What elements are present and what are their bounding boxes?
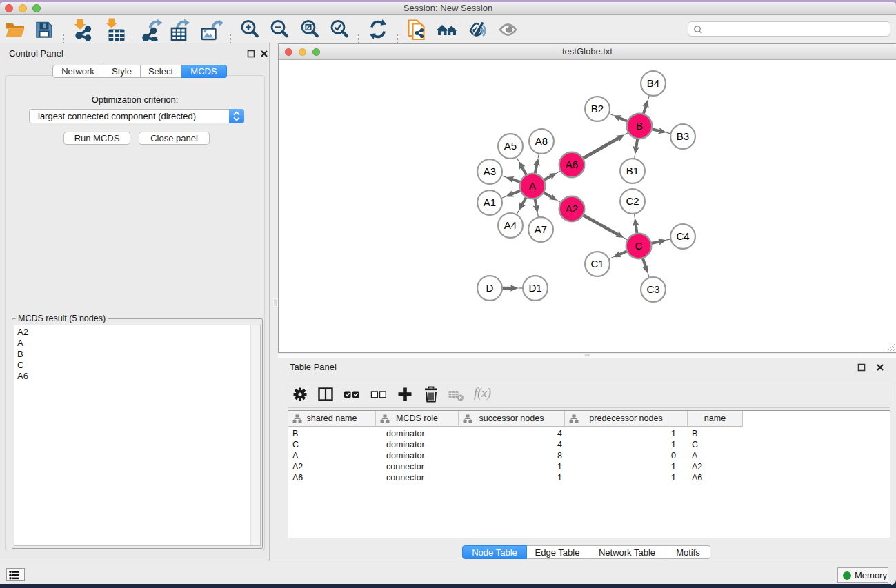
svg-text:D: D [486, 282, 494, 294]
svg-text:B4: B4 [647, 77, 659, 89]
svg-text:A8: A8 [535, 135, 548, 147]
svg-text:A: A [529, 180, 536, 192]
svg-text:B1: B1 [626, 165, 639, 176]
svg-text:B3: B3 [677, 130, 689, 142]
svg-text:D1: D1 [528, 282, 541, 294]
svg-text:C: C [635, 240, 643, 252]
svg-text:C1: C1 [590, 258, 604, 270]
svg-text:A6: A6 [566, 159, 578, 170]
svg-text:A3: A3 [484, 165, 496, 177]
svg-text:B2: B2 [591, 103, 604, 114]
svg-text:A4: A4 [504, 219, 517, 231]
svg-text:C2: C2 [626, 195, 639, 207]
svg-text:A1: A1 [484, 196, 496, 208]
svg-text:A5: A5 [504, 140, 517, 152]
svg-text:A7: A7 [535, 223, 547, 235]
svg-text:B: B [636, 120, 643, 132]
svg-text:C4: C4 [676, 230, 689, 242]
svg-text:C3: C3 [646, 283, 659, 295]
svg-text:A2: A2 [566, 203, 578, 214]
